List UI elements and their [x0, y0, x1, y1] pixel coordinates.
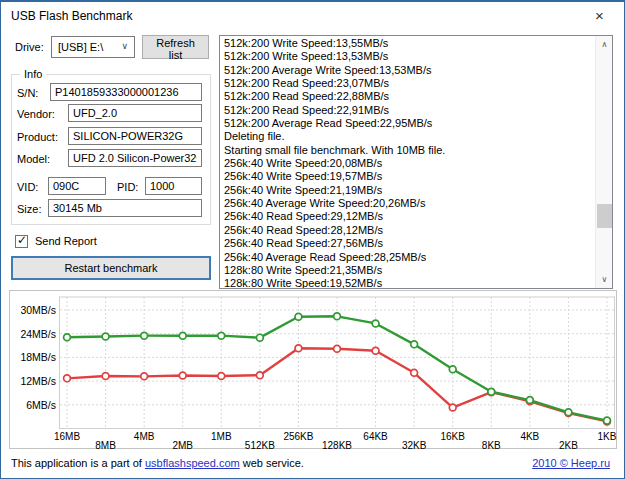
log-line: 512k:200 Write Speed:13,53MB/s — [224, 50, 592, 63]
y-tick-label: 6MB/s — [12, 399, 56, 411]
chart-svg — [59, 293, 615, 431]
y-tick-label: 12MB/s — [12, 375, 56, 387]
vid-field[interactable] — [48, 177, 106, 195]
log-line: 256k:40 Read Speed:29,12MB/s — [224, 210, 592, 223]
log-line: Starting small file benchmark. With 10MB… — [224, 144, 592, 157]
pid-field[interactable] — [145, 177, 202, 195]
x-tick-label: 16MB — [47, 431, 87, 442]
x-tick-label: 1MB — [201, 431, 241, 442]
drive-select-value: [USB] E:\ — [58, 41, 103, 53]
product-field[interactable] — [68, 127, 202, 145]
log-line: 512k:200 Average Read Speed:22,95MB/s — [224, 117, 592, 130]
log-line: 256k:40 Average Read Speed:28,25MB/s — [224, 251, 592, 264]
log-line: 256k:40 Average Write Speed:20,26MB/s — [224, 197, 592, 210]
log-line: 512k:200 Read Speed:22,91MB/s — [224, 104, 592, 117]
info-legend: Info — [20, 68, 46, 80]
y-tick-label: 18MB/s — [12, 351, 56, 363]
chevron-up-icon: ∧ — [602, 40, 608, 49]
product-label: Product: — [17, 131, 58, 143]
scroll-down-button[interactable]: ∨ — [596, 271, 613, 288]
app-window: USB Flash Benchmark × Drive: [USB] E:\ ∨… — [0, 0, 625, 479]
vendor-label: Vendor: — [17, 108, 55, 120]
vid-label: VID: — [17, 181, 38, 193]
sn-label: S/N: — [17, 87, 38, 99]
log-line: 256k:40 Write Speed:20,08MB/s — [224, 157, 592, 170]
y-tick-label: 24MB/s — [12, 328, 56, 340]
log-line: 512k:200 Read Speed:23,07MB/s — [224, 77, 592, 90]
x-tick-label: 256KB — [278, 431, 318, 442]
chevron-down-icon: ∨ — [602, 275, 608, 284]
log-line: 256k:40 Read Speed:28,12MB/s — [224, 224, 592, 237]
footer-text: This application is a part of usbflashsp… — [11, 457, 304, 469]
size-field[interactable] — [48, 199, 202, 217]
log-line: 128k:80 Write Speed:21,35MB/s — [224, 264, 592, 277]
drive-label: Drive: — [15, 41, 44, 53]
close-button[interactable]: × — [577, 2, 622, 29]
log-line: 512k:200 Write Speed:13,55MB/s — [224, 37, 592, 50]
footer-suffix: web service. — [240, 457, 304, 469]
size-label: Size: — [17, 203, 41, 215]
log-line: 256k:40 Write Speed:21,19MB/s — [224, 184, 592, 197]
vendor-field[interactable] — [68, 104, 202, 122]
log-output[interactable]: 512k:200 Write Speed:13,55MB/s512k:200 W… — [219, 35, 613, 289]
credit-link[interactable]: 2010 © Heep.ru — [532, 457, 610, 469]
model-field[interactable] — [68, 149, 202, 167]
x-tick-label: 4KB — [510, 431, 550, 442]
x-tick-label: 512KB — [240, 440, 280, 451]
x-tick-label: 8KB — [471, 440, 511, 451]
check-icon: ✓ — [17, 233, 27, 247]
title-bar[interactable]: USB Flash Benchmark × — [1, 2, 624, 30]
x-tick-label: 16KB — [433, 431, 473, 442]
info-groupbox: Info S/N: Vendor: Product: Model: VID: P… — [11, 74, 211, 225]
log-line: 512k:200 Average Write Speed:13,53MB/s — [224, 64, 592, 77]
x-tick-label: 2MB — [163, 440, 203, 451]
log-line: 128k:80 Write Speed:19,52MB/s — [224, 277, 592, 289]
usbflashspeed-link[interactable]: usbflashspeed.com — [145, 457, 240, 469]
send-report-label: Send Report — [35, 235, 97, 247]
log-line: Deleting file. — [224, 130, 592, 143]
footer-prefix: This application is a part of — [11, 457, 145, 469]
x-tick-label: 8MB — [86, 440, 126, 451]
scrollbar-thumb[interactable] — [597, 204, 612, 228]
x-tick-label: 4MB — [124, 431, 164, 442]
x-tick-label: 32KB — [394, 440, 434, 451]
x-tick-label: 2KB — [548, 440, 588, 451]
refresh-list-button[interactable]: Refresh list — [142, 35, 209, 59]
scroll-up-button[interactable]: ∧ — [596, 36, 613, 53]
log-lines: 512k:200 Write Speed:13,55MB/s512k:200 W… — [224, 37, 592, 289]
pid-label: PID: — [117, 181, 138, 193]
log-line: 512k:200 Read Speed:22,88MB/s — [224, 90, 592, 103]
benchmark-chart: 30MB/s24MB/s18MB/s12MB/s6MB/s16MB8MB4MB2… — [9, 290, 617, 449]
model-label: Model: — [17, 153, 50, 165]
drive-select[interactable]: [USB] E:\ ∨ — [51, 36, 135, 58]
sn-field[interactable] — [50, 83, 202, 101]
checkbox-box: ✓ — [15, 235, 28, 248]
x-tick-label: 64KB — [356, 431, 396, 442]
window-title: USB Flash Benchmark — [11, 9, 132, 23]
x-tick-label: 128KB — [317, 440, 357, 451]
close-icon: × — [595, 8, 604, 23]
x-tick-label: 1KB — [587, 431, 625, 442]
y-tick-label: 30MB/s — [12, 304, 56, 316]
log-line: 256k:40 Write Speed:19,57MB/s — [224, 170, 592, 183]
log-line: 256k:40 Read Speed:27,56MB/s — [224, 237, 592, 250]
restart-benchmark-button[interactable]: Restart benchmark — [11, 256, 211, 280]
chevron-down-icon: ∨ — [121, 41, 128, 51]
log-scrollbar[interactable]: ∧ ∨ — [595, 36, 612, 288]
